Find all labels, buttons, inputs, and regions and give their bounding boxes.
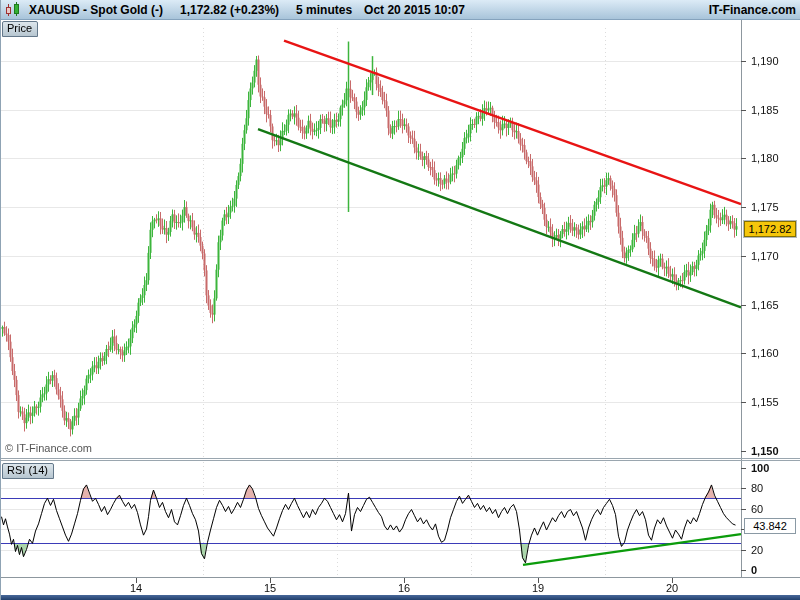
candlestick-icon [5,2,22,17]
interval-label: 5 minutes [296,3,352,17]
x-axis-label: 16 [398,582,410,594]
price-axis-label: 1,175 [751,201,779,213]
last-price-tag: 1,172.82 [744,221,796,237]
datetime-label: Oct 20 2015 10:07 [364,3,465,17]
price-axis-label: 1,180 [751,152,779,164]
rsi-chart-canvas[interactable] [1,462,800,596]
tab-price[interactable]: Price [2,21,38,37]
symbol-title: XAUUSD - Spot Gold (-) [29,3,163,17]
rsi-value-box: 43.842 [744,518,796,534]
price-axis-label: 1,185 [751,104,779,116]
rsi-axis-label: 20 [751,544,763,556]
x-axis-label: 14 [130,582,142,594]
price-axis-label: 1,155 [751,396,779,408]
tab-rsi[interactable]: RSI (14) [2,463,54,479]
price-chart-canvas[interactable] [1,20,800,462]
window-bottom-bar [1,595,800,600]
watermark: © IT-Finance.com [5,442,92,454]
price-axis-label: 1,160 [751,347,779,359]
last-price-change: 1,172.82 (+0.23%) [180,3,279,17]
title-bar: XAUUSD - Spot Gold (-) 1,172.82 (+0.23%)… [1,0,800,20]
rsi-axis-label: 0 [751,564,757,576]
price-axis-label: 1,150 [751,445,779,457]
x-axis-label: 20 [666,582,678,594]
brand-label: IT-Finance.com [709,3,796,17]
rsi-axis-label: 60 [751,503,763,515]
x-axis-label: 15 [264,582,276,594]
x-axis-label: 19 [532,582,544,594]
rsi-axis-label: 100 [751,462,769,474]
price-axis-label: 1,190 [751,55,779,67]
chart-window: XAUUSD - Spot Gold (-) 1,172.82 (+0.23%)… [0,0,800,600]
price-axis-label: 1,170 [751,250,779,262]
rsi-axis-label: 80 [751,482,763,494]
price-axis-label: 1,165 [751,299,779,311]
